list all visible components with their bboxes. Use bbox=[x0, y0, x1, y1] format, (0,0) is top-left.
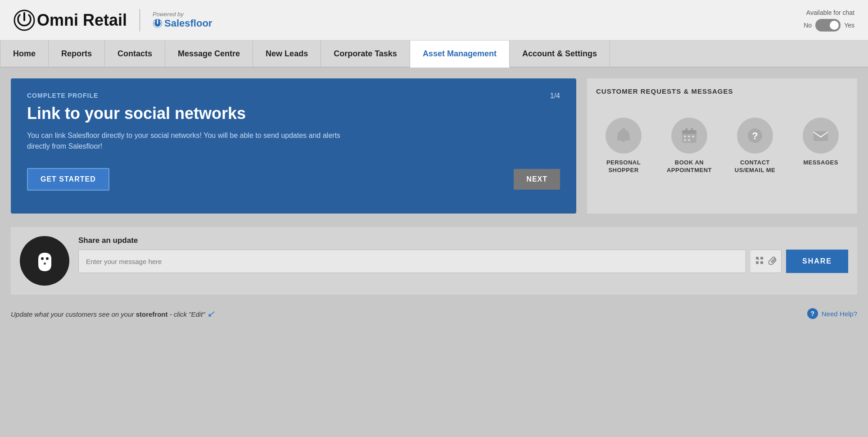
messages-label: MESSAGES bbox=[803, 159, 838, 167]
chat-area: Available for chat No Yes bbox=[804, 9, 854, 32]
svg-rect-29 bbox=[758, 259, 759, 260]
nav-item-corporate-tasks[interactable]: Corporate Tasks bbox=[321, 41, 410, 67]
request-item-personal-shopper[interactable]: PERSONAL SHOPPER bbox=[596, 118, 651, 174]
main-content: COMPLETE PROFILE Link to your social net… bbox=[0, 68, 868, 328]
share-message-input[interactable] bbox=[78, 250, 746, 273]
promo-buttons: GET STARTED NEXT bbox=[27, 168, 560, 191]
share-input-area: Share an update bbox=[78, 236, 848, 273]
svg-rect-14 bbox=[684, 139, 686, 141]
nav-item-contacts[interactable]: Contacts bbox=[105, 41, 165, 67]
svg-rect-6 bbox=[622, 141, 625, 142]
svg-rect-11 bbox=[684, 136, 686, 137]
paperclip-icon[interactable] bbox=[768, 256, 777, 267]
svg-rect-13 bbox=[692, 136, 694, 137]
svg-rect-28 bbox=[760, 261, 763, 264]
request-icons-row: PERSONAL SHOPPER bbox=[596, 109, 848, 183]
contact-email-label: CONTACT US/EMAIL ME bbox=[728, 159, 782, 174]
toggle-row: No Yes bbox=[804, 19, 854, 32]
logo-area: Omni Retail Powered by Salesfloor bbox=[14, 9, 212, 32]
need-help-button[interactable]: ? Need Help? bbox=[807, 308, 857, 319]
share-label: Share an update bbox=[78, 236, 848, 245]
svg-text:?: ? bbox=[752, 130, 758, 141]
logo-text: Omni Retail bbox=[37, 11, 127, 30]
nav-item-new-leads[interactable]: New Leads bbox=[253, 41, 321, 67]
main-nav: Home Reports Contacts Message Centre New… bbox=[0, 41, 868, 68]
svg-rect-9 bbox=[686, 128, 687, 132]
promo-description: You can link Salesfloor directly to your… bbox=[27, 130, 342, 152]
share-input-icons bbox=[750, 250, 782, 273]
svg-rect-8 bbox=[682, 130, 696, 134]
logo-divider bbox=[140, 9, 140, 32]
share-section: Share an update bbox=[11, 227, 857, 295]
salesfloor-icon bbox=[153, 18, 163, 28]
salesfloor-label: Salesfloor bbox=[164, 18, 212, 29]
nav-item-home[interactable]: Home bbox=[0, 41, 49, 67]
svg-rect-15 bbox=[688, 139, 690, 141]
request-item-contact-email[interactable]: ? CONTACT US/EMAIL ME bbox=[728, 118, 782, 174]
chat-toggle[interactable] bbox=[815, 19, 841, 32]
nav-item-message-centre[interactable]: Message Centre bbox=[165, 41, 253, 67]
svg-rect-10 bbox=[691, 128, 693, 132]
contact-email-icon: ? bbox=[737, 118, 773, 154]
get-started-button[interactable]: GET STARTED bbox=[27, 168, 109, 191]
salesfloor-logo: Salesfloor bbox=[153, 18, 212, 29]
powered-by-label: Powered by bbox=[153, 11, 184, 18]
nav-item-account-settings[interactable]: Account & Settings bbox=[510, 41, 610, 67]
messages-icon bbox=[803, 118, 839, 154]
footer-text: Update what your customers see on your s… bbox=[11, 304, 857, 319]
top-section: COMPLETE PROFILE Link to your social net… bbox=[11, 78, 857, 214]
next-button[interactable]: NEXT bbox=[514, 169, 560, 190]
toggle-yes-label: Yes bbox=[844, 22, 854, 29]
promo-title: Link to your social networks bbox=[27, 104, 560, 123]
complete-profile-label: COMPLETE PROFILE bbox=[27, 92, 560, 99]
arrow-down-icon: ↙ bbox=[207, 309, 215, 319]
help-icon: ? bbox=[807, 308, 818, 319]
share-input-row: SHARE bbox=[78, 250, 848, 273]
svg-rect-26 bbox=[760, 257, 763, 259]
powered-by-area: Powered by Salesfloor bbox=[153, 11, 212, 29]
header: Omni Retail Powered by Salesfloor Availa… bbox=[0, 0, 868, 41]
svg-point-5 bbox=[622, 127, 625, 130]
svg-rect-18 bbox=[814, 131, 828, 141]
grid-icon[interactable] bbox=[755, 256, 764, 267]
nav-item-reports[interactable]: Reports bbox=[49, 41, 105, 67]
book-appointment-label: BOOK AN APPOINTMENT bbox=[662, 159, 717, 174]
svg-point-24 bbox=[44, 262, 46, 264]
nav-item-asset-management[interactable]: Asset Management bbox=[410, 41, 510, 68]
svg-rect-12 bbox=[688, 136, 690, 137]
footer-left: Update what your customers see on your s… bbox=[11, 308, 215, 319]
customer-requests-title: CUSTOMER REQUESTS & MESSAGES bbox=[596, 87, 848, 95]
avatar-icon bbox=[30, 246, 59, 276]
request-item-messages[interactable]: MESSAGES bbox=[793, 118, 848, 167]
logo: Omni Retail bbox=[14, 9, 127, 31]
personal-shopper-icon bbox=[606, 118, 642, 154]
share-button[interactable]: SHARE bbox=[786, 250, 848, 273]
svg-rect-4 bbox=[617, 138, 630, 141]
logo-icon bbox=[14, 9, 35, 31]
chat-label: Available for chat bbox=[806, 9, 854, 16]
personal-shopper-label: PERSONAL SHOPPER bbox=[596, 159, 651, 174]
need-help-label: Need Help? bbox=[822, 310, 857, 318]
customer-requests-panel: CUSTOMER REQUESTS & MESSAGES PERSONAL SH… bbox=[587, 78, 857, 214]
toggle-no-label: No bbox=[804, 22, 812, 29]
svg-rect-27 bbox=[756, 261, 759, 264]
svg-point-23 bbox=[46, 257, 49, 260]
svg-point-22 bbox=[41, 257, 44, 260]
book-appointment-icon bbox=[671, 118, 707, 154]
promo-banner: COMPLETE PROFILE Link to your social net… bbox=[11, 78, 576, 214]
request-item-book-appointment[interactable]: BOOK AN APPOINTMENT bbox=[662, 118, 717, 174]
avatar bbox=[20, 236, 69, 286]
promo-counter: 1/4 bbox=[550, 92, 560, 100]
